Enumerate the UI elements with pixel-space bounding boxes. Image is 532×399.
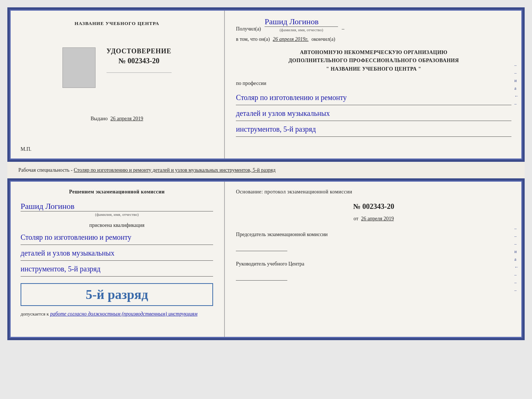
udostoverenie-label: УДОСТОВЕРЕНИЕ	[107, 47, 172, 55]
specialty-text: Столяр по изготовлению и ремонту деталей…	[74, 167, 276, 173]
chairman-block: Председатель экзаменационной комиссии	[236, 231, 511, 251]
bottom-document: Решением экзаменационной комиссии Рашид …	[7, 178, 525, 340]
profession-handwritten-top: Столяр по изготовлению и ремонту деталей…	[236, 91, 511, 138]
proto-number: № 002343-20	[236, 202, 511, 211]
допускается-text: работе согласно должностным (производств…	[50, 311, 197, 317]
prof-line2: деталей и узлов музыкальных	[236, 107, 511, 121]
right-side-deco-top: – – и а ← –	[514, 10, 522, 160]
prof-line3: инструментов, 5-й разряд	[236, 122, 511, 137]
right-side-deco-bottom: – – – и а ← – – –	[514, 181, 522, 338]
cert-text-block: УДОСТОВЕРЕНИЕ № 002343-20	[107, 47, 172, 75]
profession-label-top: по профессии	[236, 81, 511, 86]
допускается-line: допускается к работе согласно должностны…	[21, 311, 213, 317]
bottom-right-panel: Основание: протокол экзаменационной коми…	[225, 181, 522, 338]
from-label: от	[353, 216, 358, 221]
top-right-panel: Получил(а) Рашид Логинов (фамилия, имя, …	[225, 10, 522, 160]
bottom-person-name: Рашид Логинов	[21, 202, 213, 211]
prof-line1: Столяр по изготовлению и ремонту	[236, 91, 511, 105]
middle-text: Рабочая специальность - Столяр по изгото…	[7, 162, 525, 178]
received-prefix: Получил(а)	[236, 26, 261, 32]
recipient-name: Рашид Логинов	[265, 17, 338, 27]
top-left-panel: НАЗВАНИЕ УЧЕБНОГО ЦЕНТРА УДОСТОВЕРЕНИЕ №…	[10, 10, 225, 160]
date-prefix: в том, что он(а)	[236, 36, 270, 42]
qual-line2: деталей и узлов музыкальных	[21, 246, 213, 261]
org-line3: " НАЗВАНИЕ УЧЕБНОГО ЦЕНТРА "	[236, 65, 511, 73]
school-name-top: НАЗВАНИЕ УЧЕБНОГО ЦЕНТРА	[75, 21, 159, 26]
bottom-person-block: Рашид Логинов (фамилия, имя, отчество)	[21, 199, 213, 217]
qual-line3: инструментов, 5-й разряд	[21, 262, 213, 277]
руководитель-title: Руководитель учебного Центра	[236, 260, 511, 268]
photo-placeholder	[62, 47, 96, 88]
top-document: НАЗВАНИЕ УЧЕБНОГО ЦЕНТРА УДОСТОВЕРЕНИЕ №…	[7, 7, 525, 162]
org-block: АВТОНОМНУЮ НЕКОММЕРЧЕСКУЮ ОРГАНИЗАЦИЮ ДО…	[236, 49, 511, 73]
qualification-label: присвоена квалификация	[21, 222, 213, 228]
commission-title: Решением экзаменационной комиссии	[21, 188, 213, 196]
cert-number: № 002343-20	[118, 57, 159, 65]
rank-box: 5-й разряд	[21, 283, 213, 306]
date-suffix: окончил(а)	[312, 36, 335, 42]
org-line2: ДОПОЛНИТЕЛЬНОГО ПРОФЕССИОНАЛЬНОГО ОБРАЗО…	[236, 57, 511, 65]
recipient-line: Получил(а) Рашид Логинов (фамилия, имя, …	[236, 17, 511, 32]
qualification-handwritten: Столяр по изготовлению и ремонту деталей…	[21, 231, 213, 278]
fio-hint-top: (фамилия, имя, отчество)	[265, 28, 338, 32]
допускается-prefix: допускается к	[21, 311, 49, 317]
mp-label: М.П.	[21, 146, 32, 152]
from-date-line: от 26 апреля 2019	[236, 216, 511, 222]
date-value: 26 апреля 2019г.	[273, 36, 308, 42]
osnov-title: Основание: протокол экзаменационной коми…	[236, 188, 511, 196]
date-line: в том, что он(а) 26 апреля 2019г. окончи…	[236, 36, 511, 42]
dash-top: –	[342, 26, 344, 32]
fio-hint-bottom: (фамилия, имя, отчество)	[21, 212, 213, 217]
issued-date: 26 апреля 2019	[111, 116, 143, 121]
cert-row: УДОСТОВЕРЕНИЕ № 002343-20	[62, 47, 172, 88]
org-line1: АВТОНОМНУЮ НЕКОММЕРЧЕСКУЮ ОРГАНИЗАЦИЮ	[236, 49, 511, 57]
qual-line1: Столяр по изготовлению и ремонту	[21, 231, 213, 245]
руководитель-sig-line	[236, 274, 287, 281]
issued-label: Выдано	[91, 116, 108, 121]
chairman-sig-line	[236, 244, 287, 251]
chairman-title: Председатель экзаменационной комиссии	[236, 231, 511, 238]
page-wrapper: НАЗВАНИЕ УЧЕБНОГО ЦЕНТРА УДОСТОВЕРЕНИЕ №…	[7, 7, 525, 340]
specialty-prefix: Рабочая специальность -	[18, 167, 74, 173]
руководитель-block: Руководитель учебного Центра	[236, 260, 511, 281]
issued-line: Выдано 26 апреля 2019	[91, 116, 143, 122]
from-date: 26 апреля 2019	[361, 216, 394, 221]
bottom-left-panel: Решением экзаменационной комиссии Рашид …	[10, 181, 225, 338]
rank-big: 5-й разряд	[26, 287, 208, 302]
